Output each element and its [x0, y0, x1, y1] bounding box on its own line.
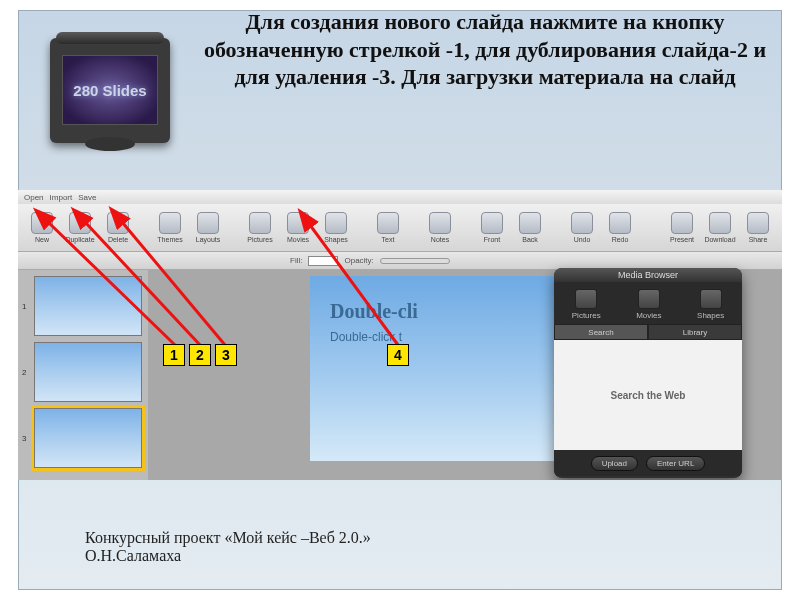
- layouts-button[interactable]: Layouts: [190, 212, 226, 243]
- mb-tab-shapes[interactable]: Shapes: [697, 289, 724, 320]
- shapes-icon: [325, 212, 347, 234]
- fill-label: Fill:: [290, 256, 302, 265]
- front-icon: [481, 212, 503, 234]
- marker-1: 1: [163, 344, 185, 366]
- new-slide-button[interactable]: New: [24, 212, 60, 243]
- notes-icon: [429, 212, 451, 234]
- mb-body-text[interactable]: Search the Web: [554, 340, 742, 450]
- mb-tab-movies[interactable]: Movies: [636, 289, 661, 320]
- shapes-icon: [700, 289, 722, 309]
- back-icon: [519, 212, 541, 234]
- notes-button[interactable]: Notes: [422, 212, 458, 243]
- duplicate-icon: [69, 212, 91, 234]
- themes-icon: [159, 212, 181, 234]
- present-button[interactable]: Present: [664, 212, 700, 243]
- slide-subtitle-text[interactable]: Double-click t: [330, 330, 402, 344]
- present-icon: [671, 212, 693, 234]
- slide-thumbnail-3[interactable]: 3: [22, 408, 144, 468]
- mb-tab-pictures[interactable]: Pictures: [572, 289, 601, 320]
- duplicate-slide-button[interactable]: Duplicate: [62, 212, 98, 243]
- pictures-icon: [575, 289, 597, 309]
- mb-upload-button[interactable]: Upload: [591, 456, 638, 471]
- slide-thumbnail-1[interactable]: 1: [22, 276, 144, 336]
- instruction-headline: Для создания нового слайда нажмите на кн…: [200, 8, 770, 91]
- front-button[interactable]: Front: [474, 212, 510, 243]
- pictures-icon: [249, 212, 271, 234]
- opacity-label: Opacity:: [344, 256, 373, 265]
- media-browser-title: Media Browser: [554, 268, 742, 282]
- fill-swatch[interactable]: [308, 256, 338, 266]
- slide-thumbnail-panel: 1 2 3: [18, 270, 148, 480]
- delete-icon: [107, 212, 129, 234]
- tab-open-label: Open: [24, 193, 44, 202]
- slide-canvas-area: Double-cli Double-click t Media Browser …: [148, 270, 782, 480]
- mb-subtab-library[interactable]: Library: [648, 324, 742, 340]
- redo-button[interactable]: Redo: [602, 212, 638, 243]
- logo-280slides: 280 Slides: [35, 20, 185, 160]
- tab-import-label: Import: [50, 193, 73, 202]
- share-icon: [747, 212, 769, 234]
- themes-button[interactable]: Themes: [152, 212, 188, 243]
- delete-slide-button[interactable]: Delete: [100, 212, 136, 243]
- marker-4: 4: [387, 344, 409, 366]
- app-280slides-screenshot: Open Import Save New Duplicate Delete Th…: [18, 190, 782, 480]
- text-icon: [377, 212, 399, 234]
- movies-button[interactable]: Movies: [280, 212, 316, 243]
- movies-icon: [287, 212, 309, 234]
- share-button[interactable]: Share: [740, 212, 776, 243]
- movies-icon: [638, 289, 660, 309]
- pictures-button[interactable]: Pictures: [242, 212, 278, 243]
- logo-text: 280 Slides: [62, 55, 158, 125]
- tab-save-label: Save: [78, 193, 96, 202]
- slide-title-text[interactable]: Double-cli: [330, 300, 418, 323]
- mb-subtab-search[interactable]: Search: [554, 324, 648, 340]
- media-browser-panel[interactable]: Media Browser Pictures Movies Shapes Sea…: [554, 268, 742, 478]
- slide-thumbnail-2[interactable]: 2: [22, 342, 144, 402]
- back-button[interactable]: Back: [512, 212, 548, 243]
- main-toolbar: New Duplicate Delete Themes Layouts Pict…: [18, 204, 782, 252]
- mb-enter-url-button[interactable]: Enter URL: [646, 456, 705, 471]
- footer-line-2: О.Н.Саламаха: [85, 547, 371, 565]
- download-button[interactable]: Download: [702, 212, 738, 243]
- footer-credits: Конкурсный проект «Мой кейс –Веб 2.0.» О…: [85, 529, 371, 565]
- undo-button[interactable]: Undo: [564, 212, 600, 243]
- marker-2: 2: [189, 344, 211, 366]
- shapes-button[interactable]: Shapes: [318, 212, 354, 243]
- footer-line-1: Конкурсный проект «Мой кейс –Веб 2.0.»: [85, 529, 371, 547]
- text-button[interactable]: Text: [370, 212, 406, 243]
- browser-tab-bar: Open Import Save: [18, 190, 782, 204]
- opacity-slider[interactable]: [380, 258, 450, 264]
- layouts-icon: [197, 212, 219, 234]
- undo-icon: [571, 212, 593, 234]
- download-icon: [709, 212, 731, 234]
- redo-icon: [609, 212, 631, 234]
- new-icon: [31, 212, 53, 234]
- marker-3: 3: [215, 344, 237, 366]
